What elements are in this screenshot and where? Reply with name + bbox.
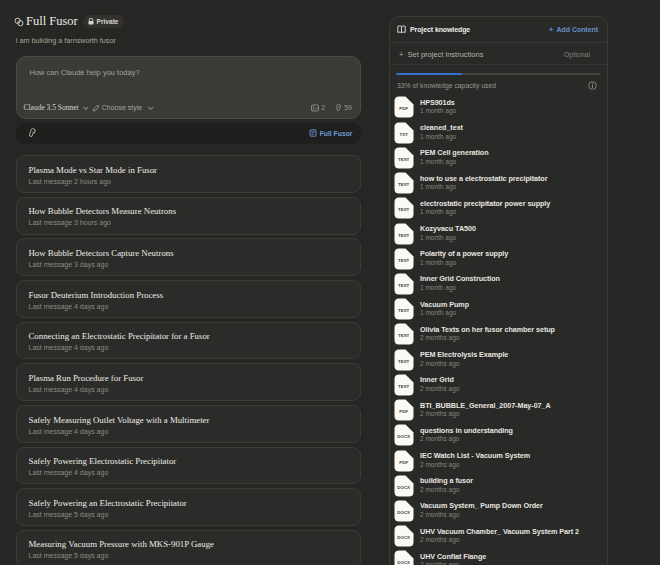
svg-text:DOCX: DOCX [397, 484, 410, 489]
svg-text:TEXT: TEXT [398, 333, 410, 338]
svg-text:TEXT: TEXT [398, 308, 410, 313]
svg-text:PDF: PDF [399, 409, 408, 414]
svg-text:TXT: TXT [400, 131, 409, 136]
svg-text:PDF: PDF [399, 459, 408, 464]
svg-text:TEXT: TEXT [398, 232, 410, 237]
svg-text:TEXT: TEXT [398, 384, 410, 389]
svg-text:DOCX: DOCX [397, 434, 410, 439]
svg-text:TEXT: TEXT [398, 182, 410, 187]
svg-text:TEXT: TEXT [398, 257, 410, 262]
svg-text:TEXT: TEXT [398, 207, 410, 212]
svg-text:TEXT: TEXT [398, 157, 410, 162]
svg-text:DOCX: DOCX [397, 535, 410, 540]
svg-text:DOCX: DOCX [397, 560, 410, 565]
svg-text:PDF: PDF [399, 106, 408, 111]
svg-text:DOCX: DOCX [397, 510, 410, 515]
svg-text:TEXT: TEXT [398, 358, 410, 363]
svg-text:TEXT: TEXT [398, 283, 410, 288]
